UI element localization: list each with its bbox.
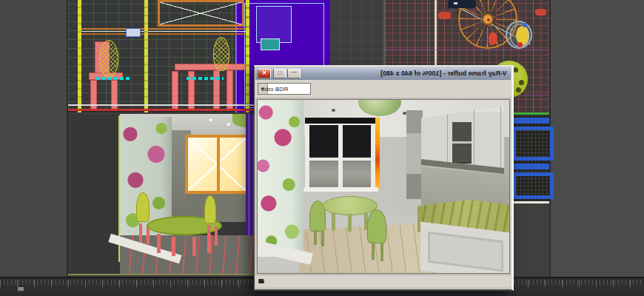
render-bed xyxy=(417,195,510,274)
object-label xyxy=(96,77,130,80)
render-cabinet-column xyxy=(406,110,423,199)
minimize-button[interactable]: — xyxy=(287,69,301,78)
vp-window-selected xyxy=(185,135,249,194)
maximize-button[interactable]: □ xyxy=(273,69,286,78)
close-button[interactable]: ✕ xyxy=(258,69,271,78)
3dsmax-workspace: 90 85 80 75 70 65 60 55 50 V-Ray frame b… xyxy=(0,0,644,296)
stud-line xyxy=(78,0,81,112)
vp-chair xyxy=(136,192,150,222)
dark-object xyxy=(448,0,476,8)
spot-object xyxy=(535,9,546,16)
vray-frame-buffer-window[interactable]: V-Ray frame buffer - [100% of 640 x 480]… xyxy=(254,65,514,291)
expand-icon[interactable]: ▬ xyxy=(258,278,264,285)
empty-viewport-area-right xyxy=(549,0,644,277)
empty-viewport-area-left xyxy=(0,0,68,277)
plant-wireframe xyxy=(213,37,229,71)
sill-wireframe xyxy=(80,28,246,35)
channel-dropdown[interactable]: ▼ RGB color xyxy=(258,83,311,95)
plant-wireframe xyxy=(99,40,118,77)
vfb-titlebar[interactable]: V-Ray frame buffer - [100% of 640 x 480]… xyxy=(255,67,511,80)
render-window xyxy=(305,118,375,189)
cabinet-wireframe-strip xyxy=(509,112,549,204)
channel-dropdown-value: RGB color xyxy=(258,86,288,92)
spot-object xyxy=(438,12,451,19)
vfb-bottom-toolbar: » ▪ H H ▥ ▤ O ◆ ▦ ! ↕ ▪ ▬ xyxy=(255,275,511,287)
frame-label: 50 xyxy=(18,286,24,292)
rendered-image[interactable] xyxy=(257,99,510,274)
vfb-toolbar: ◔ ◧ ◪ ▤ ◑ # ○ ✕ ◄ □ ▣ ▼ RGB color xyxy=(255,80,511,98)
vp-chair xyxy=(204,195,216,223)
helper-gizmo xyxy=(126,28,141,37)
table-wireframe xyxy=(175,64,246,70)
stud-line xyxy=(144,0,148,112)
window-wireframe xyxy=(158,0,244,27)
toy-wireframe xyxy=(506,21,532,49)
render-wallpaper-wall xyxy=(258,100,303,257)
object-label xyxy=(187,77,224,80)
render-chair xyxy=(367,209,386,243)
viewport-camera-shaded[interactable] xyxy=(68,114,256,275)
vfb-title: V-Ray frame buffer - [100% of 640 x 480] xyxy=(380,70,507,77)
